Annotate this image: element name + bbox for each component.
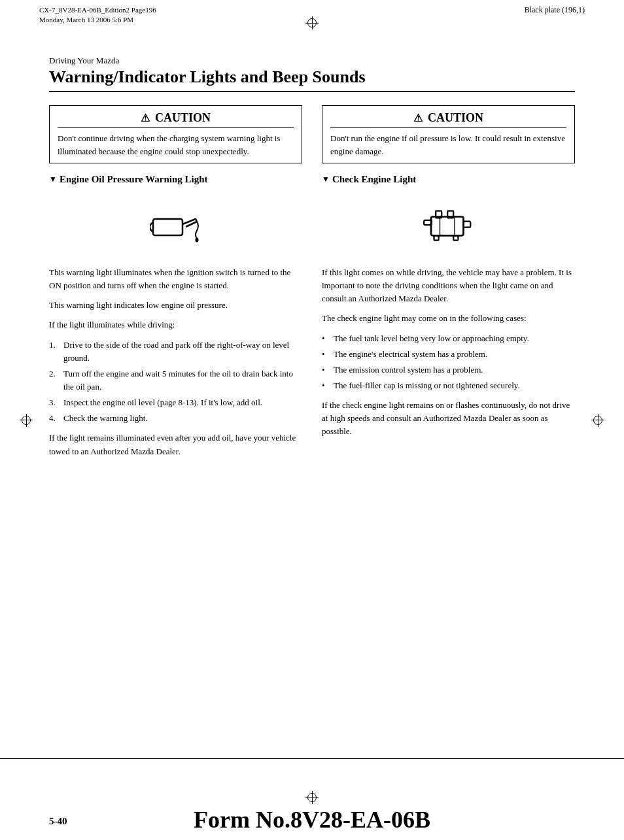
left-warning-triangle-icon: ⚠	[141, 112, 150, 124]
oil-pressure-icon-area	[49, 193, 302, 258]
right-caution-box: ⚠ CAUTION Don't run the engine if oil pr…	[322, 105, 575, 163]
engine-body-text-3: If the check engine light remains on or …	[322, 399, 575, 438]
svg-rect-6	[434, 235, 438, 240]
right-caution-text: Don't run the engine if oil pressure is …	[330, 132, 566, 158]
left-caution-box: ⚠ CAUTION Don't continue driving when th…	[49, 105, 302, 163]
list-item: 1. Drive to the side of the road and par…	[49, 339, 302, 365]
list-item: • The fuel-filler cap is missing or not …	[322, 379, 575, 392]
svg-point-1	[195, 238, 198, 243]
oil-body-text-1: This warning light illuminates when the …	[49, 266, 302, 292]
oil-pressure-section-header: Engine Oil Pressure Warning Light	[49, 174, 302, 185]
form-number: Form No.8V28-EA-06B	[194, 806, 430, 833]
page-header: CX-7_8V28-EA-06B_Edition2 Page196 Monday…	[39, 5, 585, 25]
svg-rect-5	[463, 222, 470, 227]
left-column: ⚠ CAUTION Don't continue driving when th…	[49, 105, 302, 465]
right-warning-triangle-icon: ⚠	[413, 112, 423, 124]
check-engine-icon	[419, 203, 478, 248]
right-caution-label: CAUTION	[428, 111, 483, 125]
list-item: 2. Turn off the engine and wait 5 minute…	[49, 367, 302, 394]
engine-bullet-list: • The fuel tank level being very low or …	[322, 332, 575, 393]
svg-rect-0	[153, 219, 182, 235]
right-column: ⚠ CAUTION Don't run the engine if oil pr…	[322, 105, 575, 465]
list-item: 3. Inspect the engine oil level (page 8-…	[49, 396, 302, 409]
engine-icon-area	[322, 193, 575, 258]
left-caution-header: ⚠ CAUTION	[58, 111, 294, 128]
oil-body-text-3: If the light illuminates while driving:	[49, 318, 302, 331]
main-content: Driving Your Mazda Warning/Indicator Lig…	[49, 56, 575, 755]
file-name: CX-7_8V28-EA-06B_Edition2 Page196	[39, 5, 156, 15]
check-engine-section-header: Check Engine Light	[322, 174, 575, 185]
left-caution-label: CAUTION	[155, 111, 211, 125]
oil-pressure-icon	[150, 206, 202, 245]
left-caution-text: Don't continue driving when the charging…	[58, 132, 294, 158]
page-footer: 5-40 Form No.8V28-EA-06B	[0, 758, 624, 840]
registration-mark-left	[20, 414, 33, 427]
oil-steps-list: 1. Drive to the side of the road and par…	[49, 339, 302, 426]
list-item: 4. Check the warning light.	[49, 412, 302, 425]
list-item: • The fuel tank level being very low or …	[322, 332, 575, 345]
file-date: Monday, March 13 2006 5:6 PM	[39, 15, 156, 25]
svg-rect-2	[431, 217, 464, 236]
engine-body-text-1: If this light comes on while driving, th…	[322, 266, 575, 305]
registration-mark-right	[591, 414, 604, 427]
section-label: Driving Your Mazda	[49, 56, 575, 66]
list-item: • The emission control system has a prob…	[322, 363, 575, 377]
list-item: • The engine's electrical system has a p…	[322, 348, 575, 361]
page-title: Warning/Indicator Lights and Beep Sounds	[49, 67, 575, 92]
engine-body-text-2: The check engine light may come on in th…	[322, 312, 575, 325]
oil-body-text-4: If the light remains illuminated even af…	[49, 431, 302, 458]
plate-info: Black plate (196,1)	[525, 5, 585, 15]
svg-rect-7	[453, 235, 458, 240]
header-file-info: CX-7_8V28-EA-06B_Edition2 Page196 Monday…	[39, 5, 156, 25]
oil-body-text-2: This warning light indicates low engine …	[49, 299, 302, 312]
two-column-layout: ⚠ CAUTION Don't continue driving when th…	[49, 105, 575, 465]
page-number: 5-40	[49, 816, 67, 827]
right-caution-header: ⚠ CAUTION	[330, 111, 566, 128]
